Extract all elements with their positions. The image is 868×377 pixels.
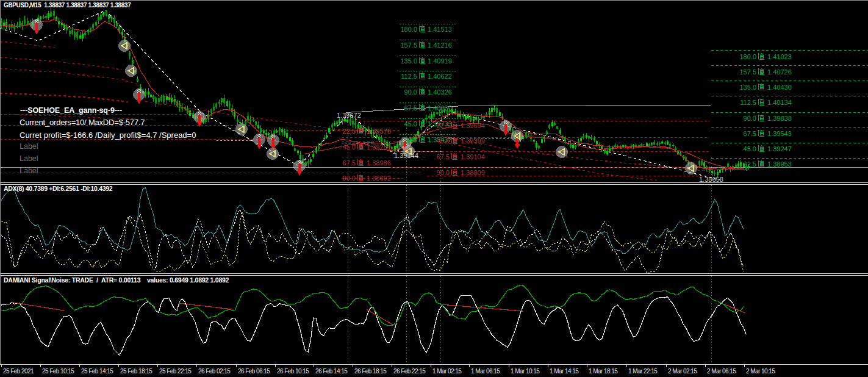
svg-text:1.40726: 1.40726	[767, 68, 792, 76]
svg-text:1.39399: 1.39399	[461, 137, 485, 145]
svg-text:Curret profit=$-166.6 /Daily_p: Curret profit=$-166.6 /Daily_profit$=4.7…	[20, 131, 196, 140]
svg-text:1 Mar 10:15: 1 Mar 10:15	[511, 368, 540, 375]
svg-text:1.38658: 1.38658	[699, 176, 723, 183]
svg-text:67.5: 67.5	[404, 104, 417, 112]
svg-text:1.39576: 1.39576	[367, 127, 391, 135]
svg-text:1.39281: 1.39281	[367, 143, 391, 151]
svg-text:45.0: 45.0	[343, 143, 356, 151]
svg-text:22.5: 22.5	[343, 127, 356, 135]
svg-text:26 Feb 14:15: 26 Feb 14:15	[315, 368, 348, 375]
svg-text:Label: Label	[20, 142, 38, 151]
svg-text:25 Feb 18:15: 25 Feb 18:15	[120, 368, 152, 375]
svg-text:2 Mar 06:15: 2 Mar 06:15	[707, 368, 736, 375]
svg-text:---SOEHOE_EA_gann-sq-9---: ---SOEHOE_EA_gann-sq-9---	[20, 106, 122, 115]
svg-text:112.5: 112.5	[740, 99, 756, 106]
svg-text:1.41023: 1.41023	[767, 53, 792, 60]
svg-text:1 Mar 22:15: 1 Mar 22:15	[628, 368, 658, 375]
svg-text:1.39672: 1.39672	[337, 112, 361, 119]
svg-text:26 Feb 18:15: 26 Feb 18:15	[354, 368, 387, 375]
svg-text:1.40030: 1.40030	[428, 104, 452, 112]
svg-text:45.0: 45.0	[437, 137, 450, 145]
svg-text:1.39144: 1.39144	[394, 152, 418, 159]
svg-text:1.38986: 1.38986	[367, 159, 391, 167]
svg-text:25 Feb 2021: 25 Feb 2021	[3, 368, 34, 375]
svg-text:1.39247: 1.39247	[767, 145, 792, 153]
svg-text:45.0: 45.0	[404, 120, 417, 127]
svg-text:1.38692: 1.38692	[367, 174, 391, 182]
svg-text:1.39694: 1.39694	[461, 122, 485, 129]
svg-text:1 Mar 18:15: 1 Mar 18:15	[589, 368, 618, 375]
svg-text:1.40134: 1.40134	[767, 99, 792, 106]
svg-text:2 Mar 10:15: 2 Mar 10:15	[746, 368, 775, 375]
svg-text:1.38809: 1.38809	[461, 169, 485, 176]
svg-text:1.40919: 1.40919	[428, 57, 452, 65]
svg-text:1 Mar 14:15: 1 Mar 14:15	[550, 368, 579, 375]
svg-text:112.5: 112.5	[401, 73, 417, 80]
svg-text:26 Feb 22:15: 26 Feb 22:15	[393, 368, 426, 375]
svg-text:90.0: 90.0	[744, 115, 756, 122]
svg-text:157.5: 157.5	[739, 68, 756, 76]
svg-text:67.5: 67.5	[343, 159, 356, 167]
svg-text:26 Feb 02:15: 26 Feb 02:15	[198, 368, 231, 375]
svg-text:25 Feb 22:15: 25 Feb 22:15	[159, 368, 192, 375]
svg-text:180.0: 180.0	[739, 53, 756, 60]
svg-text:1 Mar 02:15: 1 Mar 02:15	[432, 368, 462, 375]
svg-text:90.0: 90.0	[343, 174, 356, 182]
svg-text:GBPUSD,M15 1.38837 1.38837 1.: GBPUSD,M15 1.38837 1.38837 1.38837 1.388…	[4, 2, 131, 9]
svg-text:67.5: 67.5	[744, 130, 756, 137]
svg-text:135.0: 135.0	[739, 84, 756, 91]
svg-text:1.39543: 1.39543	[767, 130, 792, 137]
svg-text:1.41216: 1.41216	[428, 41, 452, 49]
svg-text:22.5: 22.5	[404, 136, 417, 143]
svg-text:1.41513: 1.41513	[428, 26, 452, 33]
svg-text:1.39838: 1.39838	[767, 115, 792, 122]
svg-text:1.40326: 1.40326	[428, 88, 452, 96]
svg-text:135.0: 135.0	[400, 57, 417, 65]
svg-text:DAMIANI Signal\Noise: TRADE /: DAMIANI Signal\Noise: TRADE / ATR= 0.001…	[4, 276, 229, 284]
svg-text:2 Mar 02:15: 2 Mar 02:15	[668, 368, 697, 375]
svg-text:1 Mar 06:15: 1 Mar 06:15	[471, 368, 500, 375]
svg-text:157.5: 157.5	[400, 41, 417, 49]
svg-text:1.38953: 1.38953	[767, 160, 792, 168]
svg-text:26 Feb 10:15: 26 Feb 10:15	[277, 368, 309, 375]
svg-text:45.0: 45.0	[744, 145, 756, 153]
svg-text:ADX(8) 40.7389 +DI:6.2561 -DI:: ADX(8) 40.7389 +DI:6.2561 -DI:10.4392	[4, 185, 113, 192]
svg-text:22.5: 22.5	[744, 160, 756, 168]
svg-text:Label: Label	[20, 154, 38, 163]
svg-text:67.5: 67.5	[437, 153, 450, 160]
svg-text:26 Feb 06:15: 26 Feb 06:15	[238, 368, 270, 375]
svg-text:1.39104: 1.39104	[461, 153, 485, 160]
svg-text:22.5: 22.5	[437, 122, 450, 129]
svg-text:Label: Label	[20, 167, 38, 175]
svg-text:180.0: 180.0	[400, 26, 417, 33]
svg-text:25 Feb 14:15: 25 Feb 14:15	[81, 368, 113, 375]
svg-text:1.40430: 1.40430	[767, 84, 792, 91]
svg-text:1.40622: 1.40622	[428, 73, 452, 80]
svg-text:25 Feb 10:15: 25 Feb 10:15	[42, 368, 74, 375]
svg-text:Current_orders=10/ MaxDD=$-577: Current_orders=10/ MaxDD=$-577.7	[20, 118, 145, 127]
svg-text:90.0: 90.0	[404, 88, 417, 96]
svg-text:90.0: 90.0	[437, 169, 450, 176]
